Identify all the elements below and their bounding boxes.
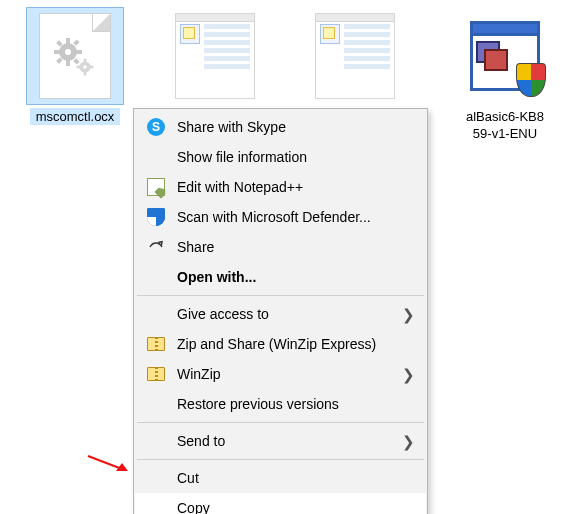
skype-icon: S xyxy=(145,116,167,138)
arrow-annotation xyxy=(86,453,128,473)
uac-shield-icon xyxy=(516,63,546,97)
app-thumb-icon xyxy=(167,8,263,104)
menu-label: Send to xyxy=(177,433,402,449)
menu-restore-versions[interactable]: Restore previous versions xyxy=(135,389,426,419)
svg-rect-13 xyxy=(77,66,81,69)
menu-edit-notepadpp[interactable]: Edit with Notepad++ xyxy=(135,172,426,202)
svg-rect-6 xyxy=(73,58,79,64)
file-item[interactable] xyxy=(300,8,410,108)
menu-send-to[interactable]: Send to ❯ xyxy=(135,426,426,456)
menu-label: Open with... xyxy=(177,269,416,285)
menu-separator xyxy=(137,459,424,460)
menu-share[interactable]: Share xyxy=(135,232,426,262)
share-icon xyxy=(145,236,167,258)
file-label: 59-v1-ENU xyxy=(450,125,560,142)
menu-show-info[interactable]: Show file information xyxy=(135,142,426,172)
menu-label: Restore previous versions xyxy=(177,396,416,412)
menu-separator xyxy=(137,295,424,296)
svg-rect-5 xyxy=(56,40,62,46)
installer-icon xyxy=(457,8,553,104)
file-item-ocx[interactable]: mscomctl.ocx xyxy=(20,8,130,125)
svg-marker-17 xyxy=(116,463,128,471)
menu-share-skype[interactable]: S Share with Skype xyxy=(135,112,426,142)
menu-label: Share xyxy=(177,239,416,255)
menu-give-access[interactable]: Give access to ❯ xyxy=(135,299,426,329)
menu-winzip[interactable]: WinZip ❯ xyxy=(135,359,426,389)
menu-label: Edit with Notepad++ xyxy=(177,179,416,195)
menu-label: Share with Skype xyxy=(177,119,416,135)
winzip-icon xyxy=(145,363,167,385)
menu-scan-defender[interactable]: Scan with Microsoft Defender... xyxy=(135,202,426,232)
svg-rect-4 xyxy=(76,50,82,54)
menu-label: Give access to xyxy=(177,306,402,322)
menu-label: Copy xyxy=(177,500,416,514)
winzip-icon xyxy=(145,333,167,355)
file-label: mscomctl.ocx xyxy=(30,108,121,125)
menu-label: Scan with Microsoft Defender... xyxy=(177,209,416,225)
file-item[interactable] xyxy=(160,8,270,108)
context-menu: S Share with Skype Show file information… xyxy=(133,108,428,514)
menu-label: Zip and Share (WinZip Express) xyxy=(177,336,416,352)
svg-line-16 xyxy=(88,456,122,469)
svg-point-15 xyxy=(83,65,87,69)
svg-rect-11 xyxy=(84,59,87,63)
menu-zip-share[interactable]: Zip and Share (WinZip Express) xyxy=(135,329,426,359)
chevron-right-icon: ❯ xyxy=(402,307,416,322)
svg-rect-3 xyxy=(54,50,60,54)
menu-copy[interactable]: Copy xyxy=(135,493,426,514)
svg-rect-14 xyxy=(90,66,94,69)
defender-icon xyxy=(145,206,167,228)
ocx-icon xyxy=(27,8,123,104)
svg-point-9 xyxy=(65,49,71,55)
svg-rect-1 xyxy=(66,38,70,44)
menu-separator xyxy=(137,422,424,423)
menu-label: Show file information xyxy=(177,149,416,165)
menu-open-with[interactable]: Open with... xyxy=(135,262,426,292)
svg-rect-8 xyxy=(56,57,62,63)
menu-label: Cut xyxy=(177,470,416,486)
file-item-installer[interactable]: alBasic6-KB8 59-v1-ENU xyxy=(450,8,560,142)
notepadpp-icon xyxy=(145,176,167,198)
menu-cut[interactable]: Cut xyxy=(135,463,426,493)
svg-rect-12 xyxy=(84,72,87,76)
svg-rect-2 xyxy=(66,60,70,66)
chevron-right-icon: ❯ xyxy=(402,367,416,382)
chevron-right-icon: ❯ xyxy=(402,434,416,449)
app-thumb-icon xyxy=(307,8,403,104)
file-label: alBasic6-KB8 xyxy=(460,108,550,125)
svg-rect-7 xyxy=(73,39,79,45)
menu-label: WinZip xyxy=(177,366,402,382)
